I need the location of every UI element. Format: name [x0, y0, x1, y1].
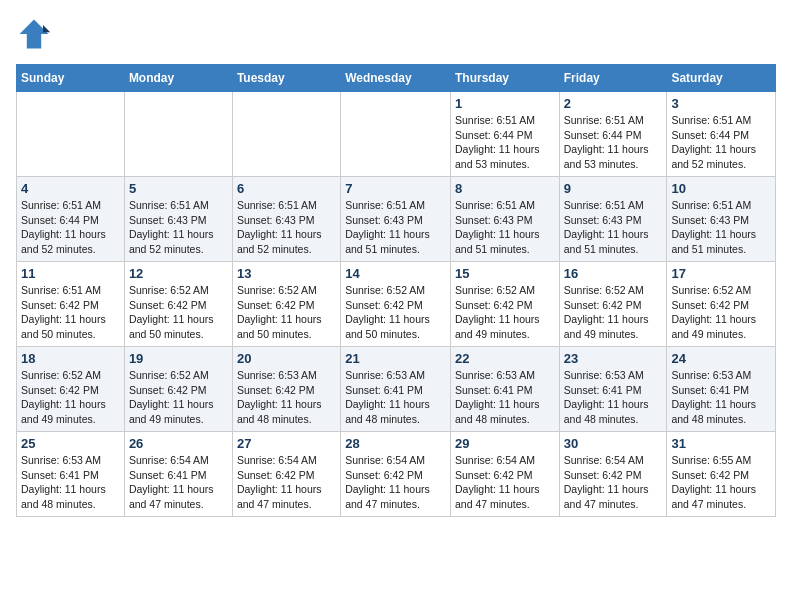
day-details: Sunrise: 6:51 AM Sunset: 6:44 PM Dayligh… — [671, 113, 771, 172]
col-header-saturday: Saturday — [667, 65, 776, 92]
day-details: Sunrise: 6:51 AM Sunset: 6:43 PM Dayligh… — [129, 198, 228, 257]
col-header-friday: Friday — [559, 65, 667, 92]
day-details: Sunrise: 6:54 AM Sunset: 6:42 PM Dayligh… — [455, 453, 555, 512]
calendar-cell: 12Sunrise: 6:52 AM Sunset: 6:42 PM Dayli… — [124, 262, 232, 347]
day-details: Sunrise: 6:54 AM Sunset: 6:41 PM Dayligh… — [129, 453, 228, 512]
day-number: 18 — [21, 351, 120, 366]
day-number: 4 — [21, 181, 120, 196]
calendar-cell — [17, 92, 125, 177]
calendar-cell: 7Sunrise: 6:51 AM Sunset: 6:43 PM Daylig… — [341, 177, 451, 262]
calendar-cell: 2Sunrise: 6:51 AM Sunset: 6:44 PM Daylig… — [559, 92, 667, 177]
day-number: 3 — [671, 96, 771, 111]
logo — [16, 16, 56, 52]
calendar-cell: 4Sunrise: 6:51 AM Sunset: 6:44 PM Daylig… — [17, 177, 125, 262]
day-number: 23 — [564, 351, 663, 366]
calendar-cell: 1Sunrise: 6:51 AM Sunset: 6:44 PM Daylig… — [450, 92, 559, 177]
day-number: 12 — [129, 266, 228, 281]
day-number: 26 — [129, 436, 228, 451]
calendar-cell: 9Sunrise: 6:51 AM Sunset: 6:43 PM Daylig… — [559, 177, 667, 262]
calendar-cell: 24Sunrise: 6:53 AM Sunset: 6:41 PM Dayli… — [667, 347, 776, 432]
day-number: 27 — [237, 436, 336, 451]
day-number: 15 — [455, 266, 555, 281]
calendar-cell: 11Sunrise: 6:51 AM Sunset: 6:42 PM Dayli… — [17, 262, 125, 347]
calendar-cell — [232, 92, 340, 177]
day-number: 14 — [345, 266, 446, 281]
calendar-cell: 19Sunrise: 6:52 AM Sunset: 6:42 PM Dayli… — [124, 347, 232, 432]
day-number: 29 — [455, 436, 555, 451]
day-number: 24 — [671, 351, 771, 366]
calendar-cell: 8Sunrise: 6:51 AM Sunset: 6:43 PM Daylig… — [450, 177, 559, 262]
day-details: Sunrise: 6:52 AM Sunset: 6:42 PM Dayligh… — [237, 283, 336, 342]
day-details: Sunrise: 6:51 AM Sunset: 6:44 PM Dayligh… — [21, 198, 120, 257]
calendar-cell: 31Sunrise: 6:55 AM Sunset: 6:42 PM Dayli… — [667, 432, 776, 517]
day-details: Sunrise: 6:51 AM Sunset: 6:43 PM Dayligh… — [455, 198, 555, 257]
calendar-cell: 5Sunrise: 6:51 AM Sunset: 6:43 PM Daylig… — [124, 177, 232, 262]
day-details: Sunrise: 6:52 AM Sunset: 6:42 PM Dayligh… — [21, 368, 120, 427]
day-details: Sunrise: 6:55 AM Sunset: 6:42 PM Dayligh… — [671, 453, 771, 512]
day-details: Sunrise: 6:53 AM Sunset: 6:41 PM Dayligh… — [671, 368, 771, 427]
day-details: Sunrise: 6:53 AM Sunset: 6:42 PM Dayligh… — [237, 368, 336, 427]
page-header — [16, 16, 776, 52]
day-number: 16 — [564, 266, 663, 281]
day-number: 9 — [564, 181, 663, 196]
calendar-cell: 30Sunrise: 6:54 AM Sunset: 6:42 PM Dayli… — [559, 432, 667, 517]
calendar-header-row: SundayMondayTuesdayWednesdayThursdayFrid… — [17, 65, 776, 92]
logo-icon — [16, 16, 52, 52]
calendar-week-row: 11Sunrise: 6:51 AM Sunset: 6:42 PM Dayli… — [17, 262, 776, 347]
day-details: Sunrise: 6:53 AM Sunset: 6:41 PM Dayligh… — [455, 368, 555, 427]
svg-marker-0 — [20, 20, 49, 49]
calendar-week-row: 1Sunrise: 6:51 AM Sunset: 6:44 PM Daylig… — [17, 92, 776, 177]
day-number: 1 — [455, 96, 555, 111]
day-number: 21 — [345, 351, 446, 366]
calendar-cell: 26Sunrise: 6:54 AM Sunset: 6:41 PM Dayli… — [124, 432, 232, 517]
day-number: 7 — [345, 181, 446, 196]
calendar-cell: 22Sunrise: 6:53 AM Sunset: 6:41 PM Dayli… — [450, 347, 559, 432]
day-number: 13 — [237, 266, 336, 281]
day-number: 10 — [671, 181, 771, 196]
col-header-sunday: Sunday — [17, 65, 125, 92]
day-details: Sunrise: 6:54 AM Sunset: 6:42 PM Dayligh… — [564, 453, 663, 512]
calendar-cell — [124, 92, 232, 177]
day-details: Sunrise: 6:52 AM Sunset: 6:42 PM Dayligh… — [455, 283, 555, 342]
day-number: 5 — [129, 181, 228, 196]
calendar-cell: 29Sunrise: 6:54 AM Sunset: 6:42 PM Dayli… — [450, 432, 559, 517]
calendar-week-row: 18Sunrise: 6:52 AM Sunset: 6:42 PM Dayli… — [17, 347, 776, 432]
calendar-cell: 25Sunrise: 6:53 AM Sunset: 6:41 PM Dayli… — [17, 432, 125, 517]
calendar-cell: 17Sunrise: 6:52 AM Sunset: 6:42 PM Dayli… — [667, 262, 776, 347]
day-number: 28 — [345, 436, 446, 451]
col-header-monday: Monday — [124, 65, 232, 92]
calendar-cell: 20Sunrise: 6:53 AM Sunset: 6:42 PM Dayli… — [232, 347, 340, 432]
col-header-thursday: Thursday — [450, 65, 559, 92]
calendar-cell: 21Sunrise: 6:53 AM Sunset: 6:41 PM Dayli… — [341, 347, 451, 432]
calendar-cell: 13Sunrise: 6:52 AM Sunset: 6:42 PM Dayli… — [232, 262, 340, 347]
day-details: Sunrise: 6:53 AM Sunset: 6:41 PM Dayligh… — [345, 368, 446, 427]
day-details: Sunrise: 6:53 AM Sunset: 6:41 PM Dayligh… — [21, 453, 120, 512]
calendar-cell: 14Sunrise: 6:52 AM Sunset: 6:42 PM Dayli… — [341, 262, 451, 347]
day-details: Sunrise: 6:51 AM Sunset: 6:44 PM Dayligh… — [564, 113, 663, 172]
calendar-table: SundayMondayTuesdayWednesdayThursdayFrid… — [16, 64, 776, 517]
col-header-tuesday: Tuesday — [232, 65, 340, 92]
day-number: 19 — [129, 351, 228, 366]
day-details: Sunrise: 6:54 AM Sunset: 6:42 PM Dayligh… — [345, 453, 446, 512]
calendar-cell: 15Sunrise: 6:52 AM Sunset: 6:42 PM Dayli… — [450, 262, 559, 347]
day-number: 8 — [455, 181, 555, 196]
calendar-cell: 27Sunrise: 6:54 AM Sunset: 6:42 PM Dayli… — [232, 432, 340, 517]
day-number: 6 — [237, 181, 336, 196]
day-details: Sunrise: 6:51 AM Sunset: 6:43 PM Dayligh… — [345, 198, 446, 257]
day-details: Sunrise: 6:51 AM Sunset: 6:43 PM Dayligh… — [564, 198, 663, 257]
calendar-week-row: 25Sunrise: 6:53 AM Sunset: 6:41 PM Dayli… — [17, 432, 776, 517]
day-details: Sunrise: 6:52 AM Sunset: 6:42 PM Dayligh… — [129, 368, 228, 427]
day-details: Sunrise: 6:53 AM Sunset: 6:41 PM Dayligh… — [564, 368, 663, 427]
calendar-cell: 23Sunrise: 6:53 AM Sunset: 6:41 PM Dayli… — [559, 347, 667, 432]
calendar-week-row: 4Sunrise: 6:51 AM Sunset: 6:44 PM Daylig… — [17, 177, 776, 262]
day-details: Sunrise: 6:51 AM Sunset: 6:42 PM Dayligh… — [21, 283, 120, 342]
calendar-cell: 28Sunrise: 6:54 AM Sunset: 6:42 PM Dayli… — [341, 432, 451, 517]
calendar-cell: 3Sunrise: 6:51 AM Sunset: 6:44 PM Daylig… — [667, 92, 776, 177]
day-details: Sunrise: 6:52 AM Sunset: 6:42 PM Dayligh… — [345, 283, 446, 342]
day-details: Sunrise: 6:54 AM Sunset: 6:42 PM Dayligh… — [237, 453, 336, 512]
calendar-cell: 16Sunrise: 6:52 AM Sunset: 6:42 PM Dayli… — [559, 262, 667, 347]
day-details: Sunrise: 6:52 AM Sunset: 6:42 PM Dayligh… — [129, 283, 228, 342]
day-number: 2 — [564, 96, 663, 111]
calendar-cell: 18Sunrise: 6:52 AM Sunset: 6:42 PM Dayli… — [17, 347, 125, 432]
day-details: Sunrise: 6:52 AM Sunset: 6:42 PM Dayligh… — [564, 283, 663, 342]
